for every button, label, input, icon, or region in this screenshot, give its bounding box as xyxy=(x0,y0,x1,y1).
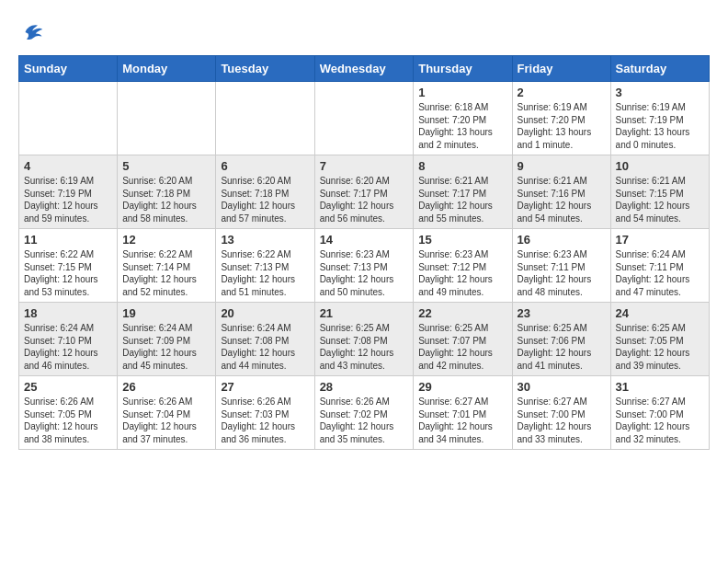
calendar-week-row: 18Sunrise: 6:24 AMSunset: 7:10 PMDayligh… xyxy=(19,303,710,376)
day-info-line: and 59 minutes. xyxy=(24,213,112,225)
day-info-line: and 53 minutes. xyxy=(24,286,112,299)
day-info-line: Daylight: 12 hours xyxy=(221,420,309,433)
day-info-line: Sunrise: 6:22 AM xyxy=(122,248,210,261)
calendar-empty xyxy=(216,82,314,155)
day-info-line: Daylight: 12 hours xyxy=(24,347,112,360)
page-header xyxy=(18,18,710,46)
day-info-line: Sunset: 7:02 PM xyxy=(320,408,409,421)
calendar-day-12: 12Sunrise: 6:22 AMSunset: 7:14 PMDayligh… xyxy=(118,229,216,303)
day-info-line: Daylight: 12 hours xyxy=(24,200,112,213)
day-info-line: and 51 minutes. xyxy=(221,286,309,299)
day-number: 6 xyxy=(221,159,309,173)
calendar-day-23: 23Sunrise: 6:25 AMSunset: 7:06 PMDayligh… xyxy=(512,303,610,376)
day-info-line: Daylight: 12 hours xyxy=(221,347,309,360)
day-info-line: Daylight: 12 hours xyxy=(221,273,309,286)
day-info-line: Sunset: 7:00 PM xyxy=(518,408,606,421)
day-info-line: Sunset: 7:19 PM xyxy=(616,114,704,127)
day-info-line: Sunset: 7:09 PM xyxy=(122,335,210,348)
day-info-line: Sunrise: 6:25 AM xyxy=(518,322,606,335)
day-header-sunday: Sunday xyxy=(19,56,118,82)
day-info-line: Sunrise: 6:20 AM xyxy=(122,175,210,188)
day-info-line: Daylight: 12 hours xyxy=(320,200,409,213)
day-info-line: Daylight: 12 hours xyxy=(122,347,210,360)
day-info-line: Daylight: 12 hours xyxy=(221,200,309,213)
day-header-wednesday: Wednesday xyxy=(314,56,414,82)
day-info-line: Daylight: 12 hours xyxy=(418,420,506,433)
day-info-line: and 44 minutes. xyxy=(221,360,309,373)
day-info-line: Sunrise: 6:22 AM xyxy=(221,248,309,261)
calendar-day-15: 15Sunrise: 6:23 AMSunset: 7:12 PMDayligh… xyxy=(414,229,512,303)
day-number: 4 xyxy=(24,159,112,173)
calendar-week-row: 25Sunrise: 6:26 AMSunset: 7:05 PMDayligh… xyxy=(19,376,710,450)
day-info-line: and 0 minutes. xyxy=(616,139,704,152)
day-info-line: Sunrise: 6:19 AM xyxy=(518,101,606,114)
logo xyxy=(18,18,50,46)
day-info-line: Sunrise: 6:23 AM xyxy=(320,248,409,261)
day-info-line: and 54 minutes. xyxy=(616,213,704,225)
day-info-line: Sunrise: 6:23 AM xyxy=(418,248,506,261)
calendar-day-11: 11Sunrise: 6:22 AMSunset: 7:15 PMDayligh… xyxy=(19,229,118,303)
day-number: 28 xyxy=(320,380,409,394)
day-info-line: Sunrise: 6:23 AM xyxy=(518,248,606,261)
day-info-line: Sunset: 7:20 PM xyxy=(518,114,606,127)
day-info-line: Daylight: 12 hours xyxy=(518,420,606,433)
day-info-line: Sunrise: 6:24 AM xyxy=(221,322,309,335)
day-number: 8 xyxy=(418,159,506,173)
day-info-line: Sunset: 7:01 PM xyxy=(418,408,506,421)
calendar-day-1: 1Sunrise: 6:18 AMSunset: 7:20 PMDaylight… xyxy=(414,82,512,155)
day-number: 16 xyxy=(518,233,606,247)
day-info-line: Sunrise: 6:24 AM xyxy=(24,322,112,335)
day-number: 15 xyxy=(418,233,506,247)
calendar-day-3: 3Sunrise: 6:19 AMSunset: 7:19 PMDaylight… xyxy=(610,82,709,155)
day-info-line: Sunrise: 6:26 AM xyxy=(122,396,210,408)
day-info-line: Sunrise: 6:21 AM xyxy=(518,175,606,188)
calendar-day-24: 24Sunrise: 6:25 AMSunset: 7:05 PMDayligh… xyxy=(610,303,709,376)
day-header-monday: Monday xyxy=(118,56,216,82)
logo-icon xyxy=(18,18,46,46)
day-info-line: and 2 minutes. xyxy=(418,139,506,152)
day-info-line: Sunset: 7:07 PM xyxy=(418,335,506,348)
day-info-line: Sunrise: 6:21 AM xyxy=(616,175,704,188)
day-number: 31 xyxy=(616,380,704,394)
day-number: 23 xyxy=(518,306,606,320)
day-header-tuesday: Tuesday xyxy=(216,56,314,82)
day-number: 20 xyxy=(221,306,309,320)
day-info-line: and 50 minutes. xyxy=(320,286,409,299)
day-info-line: Daylight: 12 hours xyxy=(320,273,409,286)
day-info-line: Sunset: 7:13 PM xyxy=(320,261,409,274)
day-info-line: Daylight: 13 hours xyxy=(418,126,506,139)
day-info-line: Sunrise: 6:25 AM xyxy=(616,322,704,335)
day-number: 21 xyxy=(320,306,409,320)
calendar-day-13: 13Sunrise: 6:22 AMSunset: 7:13 PMDayligh… xyxy=(216,229,314,303)
day-info-line: Sunset: 7:10 PM xyxy=(24,335,112,348)
calendar-day-29: 29Sunrise: 6:27 AMSunset: 7:01 PMDayligh… xyxy=(414,376,512,450)
day-number: 3 xyxy=(616,86,704,99)
day-number: 18 xyxy=(24,306,112,320)
day-number: 29 xyxy=(418,380,506,394)
calendar-day-4: 4Sunrise: 6:19 AMSunset: 7:19 PMDaylight… xyxy=(19,155,118,229)
day-info-line: Sunrise: 6:18 AM xyxy=(418,101,506,114)
day-info-line: Daylight: 13 hours xyxy=(616,126,704,139)
day-info-line: Sunset: 7:11 PM xyxy=(518,261,606,274)
day-number: 14 xyxy=(320,233,409,247)
calendar-day-20: 20Sunrise: 6:24 AMSunset: 7:08 PMDayligh… xyxy=(216,303,314,376)
calendar-day-17: 17Sunrise: 6:24 AMSunset: 7:11 PMDayligh… xyxy=(610,229,709,303)
day-info-line: Sunrise: 6:27 AM xyxy=(518,396,606,408)
day-info-line: and 52 minutes. xyxy=(122,286,210,299)
calendar-day-26: 26Sunrise: 6:26 AMSunset: 7:04 PMDayligh… xyxy=(118,376,216,450)
day-info-line: Sunrise: 6:19 AM xyxy=(24,175,112,188)
day-info-line: Daylight: 12 hours xyxy=(24,273,112,286)
day-info-line: Daylight: 13 hours xyxy=(518,126,606,139)
day-info-line: Sunrise: 6:27 AM xyxy=(616,396,704,408)
day-info-line: and 55 minutes. xyxy=(418,213,506,225)
day-info-line: Daylight: 12 hours xyxy=(518,347,606,360)
day-info-line: Sunset: 7:18 PM xyxy=(221,188,309,201)
day-info-line: Daylight: 12 hours xyxy=(616,420,704,433)
day-info-line: and 33 minutes. xyxy=(518,433,606,446)
day-info-line: Sunset: 7:04 PM xyxy=(122,408,210,421)
day-info-line: and 48 minutes. xyxy=(518,286,606,299)
day-info-line: Sunset: 7:03 PM xyxy=(221,408,309,421)
calendar-day-28: 28Sunrise: 6:26 AMSunset: 7:02 PMDayligh… xyxy=(314,376,414,450)
calendar-day-6: 6Sunrise: 6:20 AMSunset: 7:18 PMDaylight… xyxy=(216,155,314,229)
day-info-line: and 54 minutes. xyxy=(518,213,606,225)
